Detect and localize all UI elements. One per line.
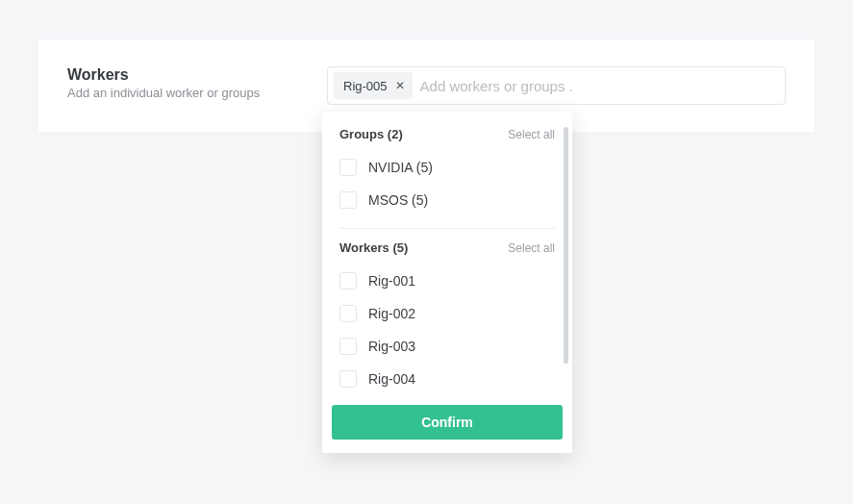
checkbox[interactable] [339,338,357,355]
list-item[interactable]: NVIDIA (5) [339,151,555,184]
select-all-groups[interactable]: Select all [508,128,555,141]
checkbox[interactable] [339,272,357,290]
list-item[interactable]: MSOS (5) [339,184,555,216]
worker-item-label: Rig-002 [368,306,415,321]
checkbox[interactable] [339,159,357,176]
group-item-label: NVIDIA (5) [368,160,433,175]
select-all-workers[interactable]: Select all [508,241,555,255]
section-divider [339,228,555,229]
section-subtitle: Add an individual worker or groups [67,86,327,100]
card-field-area: Rig-005 ✕ [327,66,786,105]
list-item[interactable]: Rig-004 [339,363,555,395]
checkbox[interactable] [339,191,357,209]
group-item-label: MSOS (5) [368,192,428,208]
dropdown-scroll-area[interactable]: Groups (2) Select all NVIDIA (5) MSOS (5… [322,123,572,395]
worker-chip: Rig-005 ✕ [334,72,413,99]
card-header-text: Workers Add an individual worker or grou… [67,66,327,100]
worker-item-label: Rig-004 [368,371,415,387]
section-title: Workers [67,66,327,84]
checkbox[interactable] [339,305,357,322]
groups-header: Groups (2) [339,127,403,141]
workers-section-head: Workers (5) Select all [339,240,555,255]
groups-section-head: Groups (2) Select all [339,127,555,141]
close-icon[interactable]: ✕ [395,80,405,91]
scrollbar[interactable] [564,127,568,364]
list-item[interactable]: Rig-002 [339,297,555,330]
workers-input-wrap[interactable]: Rig-005 ✕ [327,66,786,105]
worker-chip-label: Rig-005 [343,79,388,93]
list-item[interactable]: Rig-001 [339,265,555,297]
workers-input[interactable] [420,68,779,103]
workers-header: Workers (5) [339,240,408,255]
confirm-button[interactable]: Confirm [332,405,563,440]
workers-dropdown: Groups (2) Select all NVIDIA (5) MSOS (5… [322,112,572,453]
confirm-wrap: Confirm [322,395,572,440]
checkbox[interactable] [339,370,357,388]
worker-item-label: Rig-001 [368,273,415,289]
worker-item-label: Rig-003 [368,339,415,354]
list-item[interactable]: Rig-003 [339,330,555,363]
